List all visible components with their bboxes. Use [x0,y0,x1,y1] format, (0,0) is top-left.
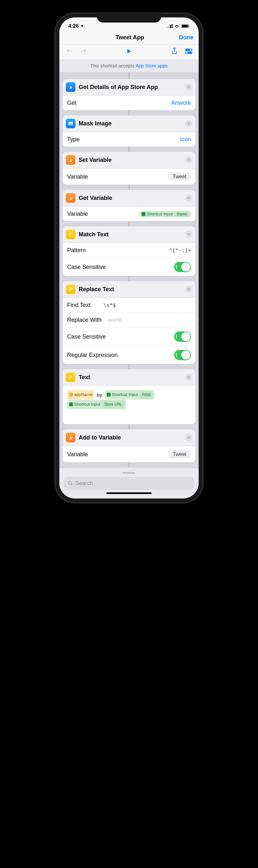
home-indicator[interactable] [106,492,152,494]
text-literal: by [97,392,102,398]
action-title: Get Details of App Store App [79,84,182,91]
action-get-variable[interactable]: 𝑥 Get Variable ✕ Variable Shortcut Input… [63,190,195,221]
action-mask-image[interactable]: Mask Image ✕ Type Icon [63,116,195,147]
param-case-sensitive[interactable]: Case Sensitive [63,327,195,346]
delete-action-button[interactable]: ✕ [185,194,192,202]
svg-point-8 [190,49,192,51]
action-title: Replace Text [79,286,182,293]
workflow-canvas[interactable]: Get Details of App Store App ✕ Get Artwo… [59,72,199,468]
delete-action-button[interactable]: ✕ [185,434,192,441]
param-label: Type [67,136,80,143]
action-replace-text[interactable]: Replace Text ✕ Find Text \s*$ Replace Wi… [63,281,195,364]
cellular-icon [167,24,172,28]
text-field[interactable]: appName by Shortcut Input Artist Shortcu… [63,385,195,424]
notch [97,13,161,23]
delete-action-button[interactable]: ✕ [185,84,192,91]
svg-point-22 [68,482,71,484]
toolbar [59,44,199,59]
variable-token-artist[interactable]: Shortcut Input Artist [105,390,155,400]
bottom-sheet[interactable]: Search [59,468,199,498]
param-pattern[interactable]: Pattern ^[^-:]+ [63,243,195,258]
param-label: Regular Expression [67,352,118,359]
action-match-text[interactable]: Match Text ✕ Pattern ^[^-:]+ Case Sensit… [63,226,195,276]
param-value[interactable]: Icon [180,136,191,143]
text-icon [66,229,75,239]
delete-action-button[interactable]: ✕ [185,286,192,293]
param-label: Find Text [67,302,91,309]
search-placeholder: Search [75,480,93,487]
search-icon [68,481,73,486]
find-value[interactable]: \s*$ [103,302,116,308]
param-value[interactable]: Artwork [171,100,191,106]
variable-token[interactable]: Shortcut Input Name [140,211,191,217]
svg-rect-15 [69,236,71,236]
done-button[interactable]: Done [179,34,193,41]
param-case-sensitive[interactable]: Case Sensitive [63,258,195,276]
magic-var-icon [107,393,110,397]
variable-icon: 𝑥 [66,193,75,203]
action-get-details[interactable]: Get Details of App Store App ✕ Get Artwo… [63,79,195,110]
param-row[interactable]: Variable Shortcut Input Name [63,206,195,221]
action-title: Add to Variable [79,434,182,441]
param-label: Case Sensitive [67,264,106,271]
param-regex[interactable]: Regular Expression [63,346,195,364]
svg-rect-5 [182,25,188,27]
param-row[interactable]: Variable Tweet [63,446,195,462]
svg-point-12 [69,123,70,123]
wifi-icon [174,24,180,28]
undo-button[interactable] [65,46,74,56]
delete-action-button[interactable]: ✕ [185,156,192,163]
svg-rect-1 [168,26,169,28]
param-row[interactable]: Variable Tweet [63,168,195,185]
var-icon [69,393,73,397]
toggle-on[interactable] [174,332,191,342]
variable-token-storeurl[interactable]: Shortcut Input Store URL [67,400,126,409]
variable-token-appname[interactable]: appName [67,390,94,400]
replace-placeholder[interactable]: world [108,317,122,323]
banner-text: This shortcut accepts [90,63,135,68]
variable-icon: 𝑥 [66,433,75,442]
svg-point-10 [186,52,188,54]
delete-action-button[interactable]: ✕ [185,231,192,238]
device-frame: 4:26 Tweet App Done [55,13,203,503]
magic-var-icon [141,212,146,216]
action-add-to-variable[interactable]: 𝑥 Add to Variable ✕ Variable Tweet [63,430,195,462]
banner-link[interactable]: App Store apps [135,63,168,68]
settings-button[interactable] [184,46,193,56]
share-button[interactable] [170,46,179,56]
toggle-on[interactable] [174,262,191,272]
param-label: Case Sensitive [67,333,106,340]
svg-rect-17 [69,289,72,289]
pattern-value[interactable]: ^[^-:]+ [169,247,191,253]
param-replace-with[interactable]: Replace With world [63,312,195,327]
search-input[interactable]: Search [64,477,194,490]
magic-var-icon [69,402,73,406]
svg-rect-0 [167,27,168,28]
text-icon [66,372,75,382]
action-title: Set Variable [79,157,182,163]
svg-rect-6 [189,26,189,27]
variable-icon: 𝑥 [66,155,75,165]
svg-rect-16 [69,288,72,288]
delete-action-button[interactable]: ✕ [185,120,192,127]
param-row[interactable]: Type Icon [63,132,195,147]
action-set-variable[interactable]: 𝑥 Set Variable ✕ Variable Tweet [63,152,195,185]
param-find-text[interactable]: Find Text \s*$ [63,298,195,312]
svg-rect-14 [69,234,72,235]
param-value[interactable]: Tweet [168,173,191,181]
action-title: Text [79,374,182,381]
status-time: 4:26 [68,23,79,29]
action-text[interactable]: Text ✕ appName by Shortcut Input Artist [63,369,195,424]
play-button[interactable] [124,46,134,56]
param-value[interactable]: Tweet [168,450,191,459]
param-row[interactable]: Get Artwork [63,95,195,110]
page-title: Tweet App [116,34,144,41]
redo-button[interactable] [79,46,88,56]
param-label: Variable [67,174,88,180]
toggle-on[interactable] [174,350,191,360]
action-title: Mask Image [79,120,182,127]
grabber-handle[interactable] [123,472,135,474]
delete-action-button[interactable]: ✕ [185,374,192,381]
param-label: Pattern [67,247,86,254]
nav-bar: Tweet App Done [59,32,199,44]
